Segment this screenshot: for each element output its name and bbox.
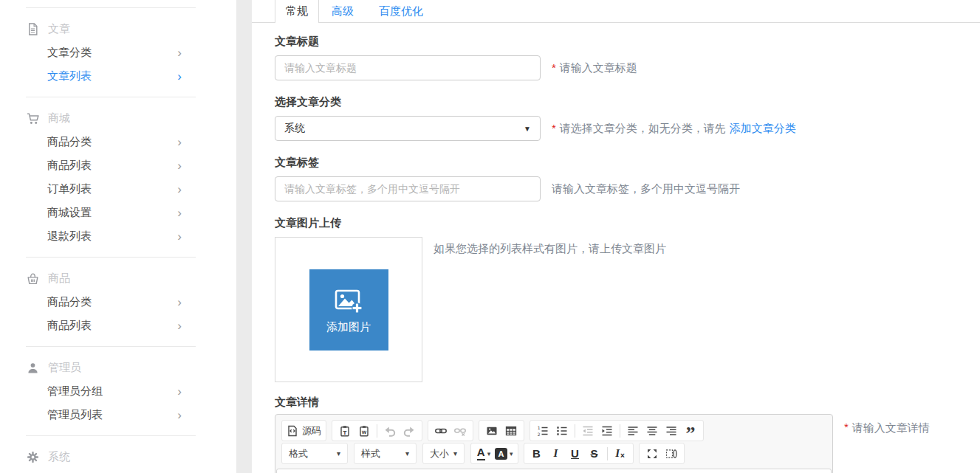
- article-title-input[interactable]: [275, 55, 541, 80]
- bold-button[interactable]: B: [527, 444, 546, 463]
- sidebar-item-mall-settings[interactable]: 商城设置 ›: [0, 201, 236, 224]
- show-blocks-button[interactable]: [662, 444, 681, 463]
- sidebar-item-admin-groups[interactable]: 管理员分组 ›: [0, 379, 236, 403]
- svg-text:W: W: [362, 429, 367, 435]
- cart-icon: [27, 112, 39, 125]
- svg-text:T: T: [343, 429, 347, 435]
- align-center-button[interactable]: [643, 421, 662, 440]
- basket-icon: [27, 272, 39, 285]
- blockquote-button[interactable]: ”: [681, 421, 700, 440]
- sidebar-group-label: 系统: [48, 450, 70, 464]
- sidebar-group-article-header[interactable]: 文章: [0, 17, 236, 41]
- sidebar-group-article: 文章 文章分类 › 文章列表 ›: [0, 8, 236, 97]
- maximize-button[interactable]: [643, 444, 662, 463]
- source-button[interactable]: 源码: [285, 421, 323, 440]
- field-article-category: 选择文章分类 系统 ▼ * 请选择文章分类，如无分类，请先 添加文章分类: [275, 95, 980, 141]
- outdent-button[interactable]: [578, 421, 597, 440]
- editor-content-area[interactable]: [276, 469, 832, 473]
- bg-color-button[interactable]: A ▾: [493, 444, 515, 463]
- unlink-icon: [454, 425, 466, 437]
- bg-color-icon: A: [495, 448, 507, 460]
- style-select[interactable]: 样式 ▾: [354, 443, 417, 464]
- redo-button[interactable]: [400, 421, 419, 440]
- undo-button[interactable]: [380, 421, 400, 440]
- align-right-button[interactable]: [662, 421, 681, 440]
- add-image-label: 添加图片: [326, 320, 371, 334]
- required-asterisk: *: [552, 122, 556, 134]
- article-category-select[interactable]: 系统 ▼: [275, 116, 541, 141]
- insert-image-button[interactable]: [482, 421, 501, 440]
- indent-button[interactable]: [597, 421, 617, 440]
- sidebar-item-goods-categories-2[interactable]: 商品分类 ›: [0, 290, 236, 314]
- strikethrough-icon: S: [591, 447, 598, 460]
- field-article-title: 文章标题 * 请输入文章标题: [275, 35, 980, 80]
- toolbar-row-2: 格式 ▾ 样式 ▾ 大小 ▾: [281, 443, 826, 464]
- sidebar-group-system-header[interactable]: 系统: [0, 445, 236, 469]
- sidebar-group-label: 商城: [48, 111, 70, 125]
- field-hint: * 请输入文章标题: [552, 61, 637, 75]
- sidebar-item-goods-list[interactable]: 商品列表 ›: [0, 153, 236, 177]
- text-color-button[interactable]: A ▾: [474, 444, 493, 463]
- gear-icon: [27, 451, 39, 463]
- add-image-icon: [332, 285, 365, 317]
- sidebar-item-basic-info[interactable]: 基本信息 ›: [0, 469, 236, 473]
- sidebar-group-goods-header[interactable]: 商品: [0, 266, 236, 290]
- sidebar-item-refund-list[interactable]: 退款列表 ›: [0, 224, 236, 248]
- outdent-icon: [582, 425, 594, 437]
- remove-format-button[interactable]: I×: [611, 444, 630, 463]
- field-label: 文章详情: [275, 396, 980, 410]
- sidebar-group-label: 管理员: [48, 361, 81, 375]
- chevron-right-icon: ›: [177, 296, 182, 308]
- field-article-image: 文章图片上传 添加图片 如果您选择的列表样式有图片，请上传文章图片: [275, 216, 980, 382]
- link-button[interactable]: [431, 421, 450, 440]
- size-select[interactable]: 大小 ▾: [422, 443, 465, 464]
- field-hint: * 请输入文章详情: [844, 414, 930, 435]
- field-article-detail: 文章详情 源码: [275, 396, 980, 473]
- add-image-button[interactable]: 添加图片: [309, 269, 388, 351]
- article-tags-input[interactable]: [275, 176, 541, 201]
- sidebar-item-article-list[interactable]: 文章列表 ›: [0, 64, 236, 88]
- paste-text-icon: T: [339, 425, 351, 437]
- align-left-button[interactable]: [623, 421, 643, 440]
- chevron-right-icon: ›: [177, 70, 182, 83]
- article-form: 文章标题 * 请输入文章标题 选择文章分类 系统 ▼: [275, 23, 980, 473]
- blockquote-icon: ”: [686, 430, 696, 438]
- italic-button[interactable]: I: [546, 444, 566, 463]
- toolbar-separator: [377, 424, 377, 438]
- add-category-link[interactable]: 添加文章分类: [730, 122, 796, 136]
- sidebar-group-label: 文章: [48, 22, 70, 36]
- unordered-list-button[interactable]: [552, 421, 572, 440]
- tab-advanced[interactable]: 高级: [319, 0, 366, 22]
- strikethrough-button[interactable]: S: [585, 444, 604, 463]
- sidebar-group-mall-header[interactable]: 商城: [0, 106, 236, 130]
- field-hint: * 请选择文章分类，如无分类，请先 添加文章分类: [552, 122, 796, 136]
- toolbar-separator: [607, 447, 608, 460]
- sidebar: 文章 文章分类 › 文章列表 › 商城 商品分类 ›: [0, 0, 236, 473]
- sidebar-item-article-categories[interactable]: 文章分类 ›: [0, 41, 236, 64]
- insert-table-button[interactable]: [501, 421, 521, 440]
- sidebar-group-mall: 商城 商品分类 › 商品列表 › 订单列表 › 商城设置 › 退款列表 ›: [0, 97, 236, 257]
- underline-button[interactable]: U: [566, 444, 585, 463]
- sidebar-group-admin-header[interactable]: 管理员: [0, 356, 236, 379]
- chevron-right-icon: ›: [177, 183, 182, 196]
- align-left-icon: [627, 425, 639, 437]
- sidebar-item-goods-categories[interactable]: 商品分类 ›: [0, 130, 236, 153]
- field-label: 文章图片上传: [275, 216, 980, 230]
- sidebar-group-admin: 管理员 管理员分组 › 管理员列表 ›: [0, 347, 236, 435]
- caret-down-icon: ▾: [453, 449, 457, 458]
- field-label: 文章标题: [275, 35, 980, 49]
- chevron-right-icon: ›: [177, 136, 182, 148]
- sidebar-group-system: 系统 基本信息 ›: [0, 436, 236, 473]
- source-icon: [287, 425, 298, 437]
- sidebar-item-admin-list[interactable]: 管理员列表 ›: [0, 403, 236, 427]
- unlink-button[interactable]: [450, 421, 470, 440]
- ordered-list-button[interactable]: 12: [533, 421, 552, 440]
- sidebar-item-order-list[interactable]: 订单列表 ›: [0, 177, 236, 201]
- sidebar-group-label: 商品: [48, 272, 70, 286]
- tab-baidu-seo[interactable]: 百度优化: [366, 0, 436, 22]
- format-select[interactable]: 格式 ▾: [281, 443, 348, 464]
- sidebar-item-goods-list-2[interactable]: 商品列表 ›: [0, 314, 236, 337]
- tab-general[interactable]: 常规: [275, 0, 319, 23]
- paste-text-button[interactable]: T: [335, 421, 354, 440]
- paste-word-button[interactable]: W: [354, 421, 374, 440]
